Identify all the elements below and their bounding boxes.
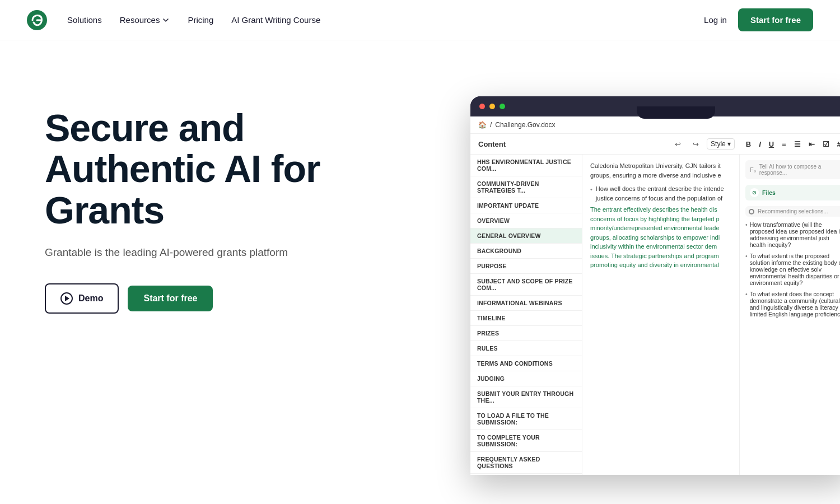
hero-title: Secure and Authentic AI for Grants bbox=[45, 108, 392, 231]
sidebar-item[interactable]: SUBMIT YOUR ENTRY THROUGH THE... bbox=[470, 386, 582, 408]
nav-left: Solutions Resources Pricing AI Grant Wri… bbox=[27, 10, 320, 30]
app-screenshot: 🏠 / Challenge.Gov.docx Content ↩ ↪ Style… bbox=[470, 96, 840, 477]
indent-button[interactable]: ⇤ bbox=[806, 139, 817, 150]
bold-button[interactable]: B bbox=[744, 139, 753, 150]
hero-text: Secure and Authentic AI for Grants Grant… bbox=[45, 85, 392, 314]
hero-buttons: Demo Start for free bbox=[45, 283, 392, 314]
bullet-item: • How well does the entrant describe the… bbox=[590, 184, 731, 203]
undo-button[interactable]: ↩ bbox=[671, 137, 684, 151]
sidebar-item[interactable]: PRIZES bbox=[470, 326, 582, 341]
ai-question-1: • How transformative (will the proposed … bbox=[745, 221, 840, 248]
sidebar-item[interactable]: TERMS AND CONDITIONS bbox=[470, 356, 582, 371]
files-section[interactable]: ⊙ Files bbox=[745, 185, 840, 200]
sidebar-item[interactable]: PURPOSE bbox=[470, 259, 582, 274]
device-top-bar bbox=[470, 96, 840, 116]
home-icon: 🏠 bbox=[478, 121, 487, 129]
sidebar-item[interactable]: INFORMATIONAL WEBINARS bbox=[470, 296, 582, 311]
main-text-1: Caledonia Metropolitan University, GJN t… bbox=[590, 161, 731, 180]
app-body: HHS ENVIRONMENTAL JUSTICE COM... COMMUNI… bbox=[470, 155, 840, 475]
dot-yellow bbox=[489, 104, 495, 109]
sidebar-item[interactable]: TIMELINE bbox=[470, 311, 582, 326]
nav-ai-course[interactable]: AI Grant Writing Course bbox=[231, 15, 320, 25]
play-icon bbox=[60, 292, 73, 305]
hero-section: Secure and Authentic AI for Grants Grant… bbox=[0, 40, 840, 504]
app-breadcrumb: 🏠 / Challenge.Gov.docx bbox=[470, 116, 840, 134]
checkbox-button[interactable]: ☑ bbox=[820, 139, 832, 150]
main-content: Caledonia Metropolitan University, GJN t… bbox=[582, 155, 739, 475]
recommending-section: Recommending selections... bbox=[745, 206, 840, 217]
device-frame: 🏠 / Challenge.Gov.docx Content ↩ ↪ Style… bbox=[470, 96, 840, 475]
device-notch bbox=[637, 106, 715, 119]
start-free-nav-button[interactable]: Start for free bbox=[738, 8, 813, 31]
italic-button[interactable]: I bbox=[757, 139, 763, 150]
chevron-down-icon bbox=[162, 16, 170, 24]
sidebar-item[interactable]: GLOSSARY OF TERMS bbox=[470, 474, 582, 475]
hash-button[interactable]: # bbox=[835, 139, 840, 150]
ai-prompt-bar[interactable]: Fₐ Tell AI how to compose a response... bbox=[745, 160, 840, 179]
sidebar-item[interactable]: HHS ENVIRONMENTAL JUSTICE COM... bbox=[470, 155, 582, 176]
redo-button[interactable]: ↪ bbox=[689, 137, 702, 151]
ai-prompt-text: Tell AI how to compose a response... bbox=[759, 164, 840, 176]
ai-question-3: • To what extent does the concept demons… bbox=[745, 291, 840, 318]
sidebar-item[interactable]: JUDGING bbox=[470, 371, 582, 386]
app-window: 🏠 / Challenge.Gov.docx Content ↩ ↪ Style… bbox=[470, 116, 840, 475]
nav-links: Solutions Resources Pricing AI Grant Wri… bbox=[67, 15, 320, 25]
sidebar-item[interactable]: TO LOAD A FILE TO THE SUBMISSION: bbox=[470, 408, 582, 430]
dot-green bbox=[500, 104, 505, 109]
sidebar-item[interactable]: IMPORTANT UPDATE bbox=[470, 198, 582, 213]
sidebar-item[interactable]: GENERAL OVERVIEW bbox=[470, 228, 582, 244]
format-toolbar: B I U ≡ ☰ ⇤ ☑ # bbox=[744, 139, 840, 150]
list-bullet-button[interactable]: ☰ bbox=[792, 139, 803, 150]
logo[interactable] bbox=[27, 10, 47, 30]
sidebar-item[interactable]: RULES bbox=[470, 341, 582, 356]
sidebar-item[interactable]: FREQUENTLY ASKED QUESTIONS bbox=[470, 452, 582, 474]
sidebar-item[interactable]: COMMUNITY-DRIVEN STRATEGIES T... bbox=[470, 176, 582, 198]
login-button[interactable]: Log in bbox=[704, 15, 727, 25]
dot-red bbox=[479, 104, 485, 109]
recommending-dot bbox=[749, 209, 754, 214]
sidebar-item[interactable]: TO COMPLETE YOUR SUBMISSION: bbox=[470, 430, 582, 452]
start-free-hero-button[interactable]: Start for free bbox=[128, 286, 213, 311]
highlighted-text: The entrant effectively describes the he… bbox=[590, 205, 731, 270]
files-icon: ⊙ bbox=[750, 188, 759, 197]
hero-subtitle: Grantable is the leading AI-powered gran… bbox=[45, 246, 392, 259]
list-button[interactable]: ≡ bbox=[780, 139, 788, 150]
play-triangle bbox=[65, 296, 69, 301]
sidebar-item[interactable]: BACKGROUND bbox=[470, 244, 582, 259]
ai-question-2: • To what extent is the proposed solutio… bbox=[745, 253, 840, 286]
nav-resources[interactable]: Resources bbox=[120, 15, 170, 25]
navbar: Solutions Resources Pricing AI Grant Wri… bbox=[0, 0, 840, 40]
ai-questions: • How transformative (will the proposed … bbox=[745, 221, 840, 318]
underline-button[interactable]: U bbox=[767, 139, 776, 150]
nav-pricing[interactable]: Pricing bbox=[188, 15, 213, 25]
sidebar: HHS ENVIRONMENTAL JUSTICE COM... COMMUNI… bbox=[470, 155, 582, 475]
sidebar-item[interactable]: SUBJECT AND SCOPE OF PRIZE COM... bbox=[470, 274, 582, 296]
ai-panel: Fₐ Tell AI how to compose a response... … bbox=[739, 155, 840, 475]
app-toolbar: Content ↩ ↪ Style ▾ B I U ≡ ☰ ⇤ ☑ bbox=[470, 134, 840, 155]
nav-right: Log in Start for free bbox=[704, 8, 813, 31]
style-dropdown[interactable]: Style ▾ bbox=[707, 138, 735, 150]
sidebar-item[interactable]: OVERVIEW bbox=[470, 213, 582, 228]
nav-solutions[interactable]: Solutions bbox=[67, 15, 102, 25]
demo-button[interactable]: Demo bbox=[45, 283, 119, 314]
